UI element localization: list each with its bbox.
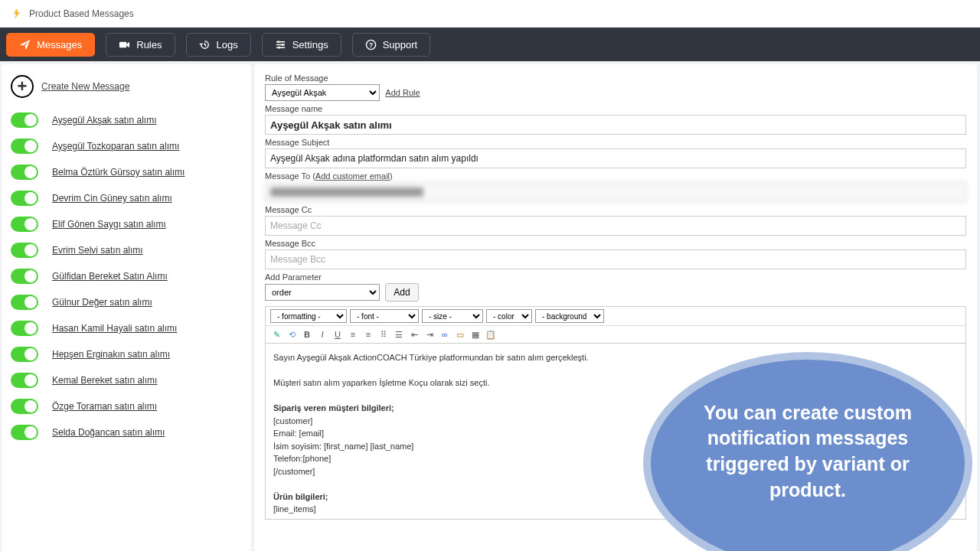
camera-icon bbox=[119, 39, 130, 51]
to-label: Message To (Add customer email) bbox=[265, 171, 966, 181]
message-toggle[interactable] bbox=[11, 399, 38, 414]
question-icon: ? bbox=[365, 39, 377, 51]
nav-support-label: Support bbox=[383, 39, 418, 51]
italic-icon[interactable]: I bbox=[316, 328, 328, 341]
message-row: Devrim Cin Güney satın alımı bbox=[11, 185, 242, 211]
message-toggle[interactable] bbox=[11, 295, 38, 310]
message-toggle[interactable] bbox=[11, 243, 38, 258]
nav-rules-label: Rules bbox=[136, 39, 162, 51]
cc-input[interactable] bbox=[265, 216, 966, 236]
message-list: Ayşegül Akşak satın alımıAyşegül Tozkopa… bbox=[11, 107, 242, 445]
nav-settings[interactable]: Settings bbox=[262, 33, 341, 57]
message-toggle[interactable] bbox=[11, 165, 38, 180]
message-link[interactable]: Ayşegül Akşak satın alımı bbox=[52, 115, 157, 126]
message-row: Ayşegül Akşak satın alımı bbox=[11, 107, 242, 133]
add-rule-link[interactable]: Add Rule bbox=[385, 88, 420, 97]
message-toggle[interactable] bbox=[11, 191, 38, 206]
message-toggle[interactable] bbox=[11, 373, 38, 388]
message-row: Kemal Bereket satın alımı bbox=[11, 367, 242, 393]
paper-plane-icon bbox=[19, 39, 31, 51]
nav-logs-label: Logs bbox=[217, 39, 238, 51]
svg-point-2 bbox=[282, 44, 284, 46]
message-toggle[interactable] bbox=[11, 112, 38, 128]
name-label: Message name bbox=[265, 104, 966, 113]
app-logo-icon bbox=[11, 8, 23, 20]
subject-input[interactable] bbox=[265, 148, 966, 168]
color-select[interactable]: - color - bbox=[486, 309, 532, 323]
rule-label: Rule of Message bbox=[265, 73, 966, 83]
message-link[interactable]: Özge Toraman satın alımı bbox=[52, 401, 157, 412]
message-row: Hepşen Erginakın satın alımı bbox=[11, 341, 242, 367]
titlebar: Product Based Messages bbox=[0, 0, 980, 28]
message-link[interactable]: Evrim Selvi satın alımı bbox=[52, 245, 143, 256]
nav-logs[interactable]: Logs bbox=[186, 33, 251, 57]
history-icon bbox=[199, 39, 211, 51]
nav-support[interactable]: ? Support bbox=[352, 33, 431, 57]
message-toggle[interactable] bbox=[11, 217, 38, 232]
message-row: Selda Doğancan satın alımı bbox=[11, 419, 242, 445]
rule-select[interactable]: Ayşegül Akşak bbox=[265, 84, 380, 101]
message-row: Gülnur Değer satın alımı bbox=[11, 289, 242, 315]
list-ol-icon[interactable]: ⠿ bbox=[377, 328, 390, 341]
editor-toolbar-2: ✎ ⟲ B I U ≡ ≡ ⠿ ☰ ⇤ ⇥ ∞ ▭ ▦ 📋 bbox=[265, 326, 966, 344]
message-link[interactable]: Elif Gönen Saygı satın alımı bbox=[52, 219, 166, 230]
svg-text:?: ? bbox=[369, 41, 373, 49]
undo-icon[interactable]: ⟲ bbox=[286, 328, 298, 341]
size-select[interactable]: - size - bbox=[422, 309, 483, 323]
message-link[interactable]: Gülfidan Bereket Satın Alımı bbox=[52, 271, 168, 282]
add-customer-email-link[interactable]: Add customer email bbox=[315, 171, 390, 181]
add-param-button[interactable]: Add bbox=[385, 283, 418, 302]
underline-icon[interactable]: U bbox=[332, 328, 344, 341]
message-row: Elif Gönen Saygı satın alımı bbox=[11, 211, 242, 237]
navbar: Messages Rules Logs Settings ? Support bbox=[0, 28, 980, 61]
nav-messages[interactable]: Messages bbox=[6, 33, 95, 57]
align-center-icon[interactable]: ≡ bbox=[362, 328, 374, 341]
list-ul-icon[interactable]: ☰ bbox=[393, 328, 405, 341]
link-icon[interactable]: ∞ bbox=[439, 328, 451, 341]
font-select[interactable]: - font - bbox=[350, 309, 419, 323]
align-left-icon[interactable]: ≡ bbox=[347, 328, 359, 341]
message-link[interactable]: Devrim Cin Güney satın alımı bbox=[52, 193, 172, 204]
nav-messages-label: Messages bbox=[37, 39, 82, 51]
message-row: Gülfidan Bereket Satın Alımı bbox=[11, 263, 242, 289]
message-toggle[interactable] bbox=[11, 321, 38, 336]
to-input[interactable] bbox=[265, 182, 966, 202]
paste-icon[interactable]: 📋 bbox=[485, 328, 497, 341]
editor-toolbar-1: - formatting - - font - - size - - color… bbox=[265, 306, 966, 326]
source-icon[interactable]: ✎ bbox=[270, 328, 283, 341]
message-link[interactable]: Hasan Kamil Hayali satın alımı bbox=[52, 323, 177, 334]
create-plus-button[interactable]: + bbox=[11, 75, 34, 98]
image-icon[interactable]: ▭ bbox=[454, 328, 466, 341]
svg-point-3 bbox=[278, 46, 280, 48]
outdent-icon[interactable]: ⇤ bbox=[408, 328, 420, 341]
message-link[interactable]: Selda Doğancan satın alımı bbox=[52, 427, 165, 438]
create-message-link[interactable]: Create New Message bbox=[41, 81, 129, 92]
param-select[interactable]: order bbox=[265, 284, 380, 301]
create-message-row: + Create New Message bbox=[11, 72, 242, 107]
bcc-input[interactable] bbox=[265, 249, 966, 269]
message-link[interactable]: Kemal Bereket satın alımı bbox=[52, 375, 157, 386]
bcc-label: Message Bcc bbox=[265, 239, 966, 248]
background-select[interactable]: - background - bbox=[535, 309, 604, 323]
message-row: Evrim Selvi satın alımı bbox=[11, 237, 242, 263]
name-input[interactable] bbox=[265, 115, 966, 135]
message-toggle[interactable] bbox=[11, 425, 38, 440]
message-link[interactable]: Ayşegül Tozkoparan satın alımı bbox=[52, 141, 179, 152]
table-icon[interactable]: ▦ bbox=[469, 328, 482, 341]
titlebar-title: Product Based Messages bbox=[29, 8, 134, 19]
message-toggle[interactable] bbox=[11, 139, 38, 154]
nav-rules[interactable]: Rules bbox=[106, 33, 175, 57]
message-toggle[interactable] bbox=[11, 347, 38, 362]
svg-point-1 bbox=[277, 41, 279, 43]
formatting-select[interactable]: - formatting - bbox=[270, 309, 347, 323]
message-row: Hasan Kamil Hayali satın alımı bbox=[11, 315, 242, 341]
message-link[interactable]: Belma Öztürk Gürsoy satın alımı bbox=[52, 167, 185, 178]
message-row: Özge Toraman satın alımı bbox=[11, 393, 242, 419]
message-link[interactable]: Hepşen Erginakın satın alımı bbox=[52, 349, 170, 360]
message-link[interactable]: Gülnur Değer satın alımı bbox=[52, 297, 152, 308]
bold-icon[interactable]: B bbox=[301, 328, 313, 341]
indent-icon[interactable]: ⇥ bbox=[423, 328, 436, 341]
message-row: Belma Öztürk Gürsoy satın alımı bbox=[11, 159, 242, 185]
message-toggle[interactable] bbox=[11, 269, 38, 284]
sliders-icon bbox=[275, 39, 286, 51]
